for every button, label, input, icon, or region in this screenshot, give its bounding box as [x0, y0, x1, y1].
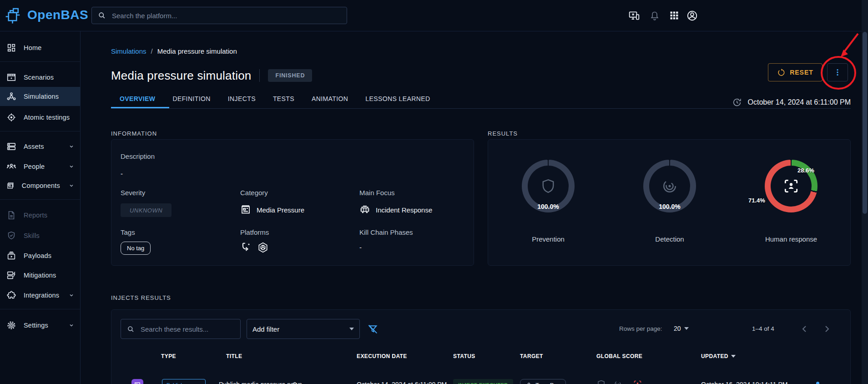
main-focus-value: Incident Response [376, 206, 432, 214]
breadcrumb-simulations-link[interactable]: Simulations [111, 47, 146, 55]
app-title: OpenBAS [27, 8, 88, 22]
sidebar-item-simulations[interactable]: Simulations [0, 87, 80, 106]
column-header-status[interactable]: STATUS [453, 353, 475, 359]
hub-icon [6, 91, 16, 101]
annotation-arrowhead [841, 50, 848, 57]
chevron-down-icon[interactable] [67, 162, 76, 171]
tags-row: No tag [121, 242, 151, 255]
inject-count: 0 [293, 381, 297, 384]
apps-grid-icon[interactable] [669, 10, 680, 21]
category-value: Media Pressure [257, 206, 304, 214]
page-scrollbar[interactable] [862, 0, 868, 384]
rows-per-page-select[interactable]: 20 [674, 325, 689, 332]
sort-desc-icon [731, 355, 736, 358]
simulation-menu-button[interactable] [827, 63, 848, 81]
tab-definition[interactable]: DEFINITION [164, 89, 219, 108]
sidebar-item-integrations[interactable]: Integrations [0, 286, 80, 305]
category-label: Category [240, 189, 268, 197]
score-human-response-icon [633, 379, 642, 384]
column-header-type[interactable]: TYPE [161, 353, 176, 359]
column-header-global-score[interactable]: GLOBAL SCORE [596, 353, 642, 359]
caret-down-icon [349, 328, 354, 330]
tab-overview[interactable]: OVERVIEW [111, 89, 164, 108]
sidebar-item-label: Skills [24, 232, 40, 239]
category-value-row: Media Pressure [240, 204, 304, 215]
inject-status-chip: INJECT EXECUTED [453, 379, 513, 384]
search-input[interactable] [111, 11, 341, 20]
fire-truck-icon [359, 204, 370, 215]
reset-button-label: RESET [790, 69, 813, 76]
sidebar-item-label: Payloads [24, 252, 51, 259]
results-search[interactable] [121, 319, 241, 339]
restart-icon [777, 68, 786, 77]
page-title: Media pressure simulation [111, 69, 251, 83]
sidebar-item-assets[interactable]: Assets [0, 137, 80, 156]
app-logo[interactable]: OpenBAS [5, 5, 88, 25]
column-header-updated[interactable]: UPDATED [701, 353, 736, 359]
chevron-left-icon [799, 323, 810, 334]
sidebar-nav: Home Scenarios Simulations Atomic testin… [0, 31, 81, 384]
search-icon [97, 11, 106, 20]
no-tag-chip[interactable]: No tag [121, 242, 151, 255]
main-focus-label: Main Focus [359, 189, 395, 197]
chevron-down-icon[interactable] [67, 291, 76, 299]
notifications-bell-icon[interactable] [649, 10, 660, 21]
platforms-row [240, 242, 269, 253]
scrollbar-thumb[interactable] [863, 32, 867, 214]
chevron-down-icon[interactable] [67, 321, 76, 329]
tab-animation[interactable]: ANIMATION [303, 89, 357, 108]
reset-button[interactable]: RESET [768, 63, 823, 81]
sidebar-divider [0, 309, 80, 309]
openbas-logo-icon [5, 5, 24, 25]
connected-devices-icon[interactable] [628, 10, 640, 22]
chevron-down-icon[interactable] [67, 182, 76, 190]
title-row: Media pressure simulation FINISHED [111, 66, 312, 85]
sidebar-item-payloads[interactable]: Payloads [0, 246, 80, 265]
account-icon[interactable] [686, 10, 698, 22]
inject-target-chip[interactable]: TeamDay [520, 379, 566, 384]
sidebar-item-label: Simulations [24, 93, 59, 100]
platform-hexagon-icon [257, 242, 269, 253]
tab-tests[interactable]: TESTS [264, 89, 303, 108]
report-document-icon [6, 210, 16, 220]
updated-header-label: UPDATED [701, 353, 728, 359]
tags-label: Tags [121, 228, 135, 236]
detection-score: 100.0% [629, 203, 711, 210]
sidebar-item-atomic-testings[interactable]: Atomic testings [0, 108, 80, 127]
human-response-success-pct: 28.6% [797, 167, 814, 174]
detection-title: Detection [620, 235, 720, 243]
person-icon [525, 382, 532, 384]
sidebar-item-scenarios[interactable]: Scenarios [0, 68, 80, 87]
topbar: OpenBAS [0, 0, 868, 31]
table-row[interactable]: Publish... Publish media pressure news 0… [111, 377, 851, 384]
sidebar-item-label: Home [24, 44, 41, 51]
column-header-execution-date[interactable]: EXECUTION DATE [357, 353, 407, 359]
shield-check-icon [6, 231, 16, 241]
injects-results-panel: Add filter Rows per page: 20 1–4 of 4 TY… [111, 309, 851, 384]
sidebar-item-settings[interactable]: Settings [0, 316, 80, 335]
kill-chain-value: - [359, 243, 362, 251]
sidebar-item-mitigations[interactable]: Mitigations [0, 266, 80, 285]
sidebar-item-label: Integrations [24, 292, 59, 299]
results-search-input[interactable] [140, 325, 235, 333]
clear-filters-button[interactable] [367, 323, 378, 335]
tab-lessons-learned[interactable]: LESSONS LEARNED [357, 89, 439, 108]
add-filter-label: Add filter [252, 325, 279, 333]
row-menu-dot[interactable] [816, 382, 819, 384]
platform-search[interactable] [91, 7, 347, 24]
tab-injects[interactable]: INJECTS [219, 89, 264, 108]
previous-page-button[interactable] [799, 323, 810, 334]
chevron-down-icon[interactable] [67, 142, 76, 151]
pagination-range: 1–4 of 4 [752, 325, 774, 332]
add-filter-dropdown[interactable]: Add filter [247, 319, 360, 339]
column-header-title[interactable]: TITLE [226, 353, 242, 359]
search-icon [126, 325, 135, 333]
sidebar-item-home[interactable]: Home [0, 38, 80, 57]
sidebar-item-people[interactable]: People [0, 157, 80, 176]
next-page-button[interactable] [821, 323, 832, 334]
sidebar-item-components[interactable]: Components [0, 176, 80, 195]
shield-icon [540, 178, 556, 194]
filter-off-icon [367, 323, 378, 335]
person-scan-icon [782, 177, 800, 195]
column-header-target[interactable]: TARGET [520, 353, 543, 359]
